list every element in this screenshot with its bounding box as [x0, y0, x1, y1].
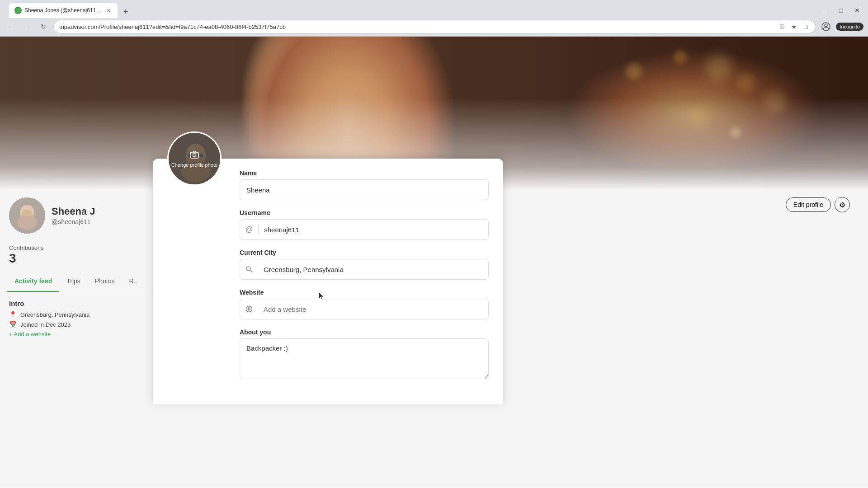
- settings-gear-button[interactable]: ⚙: [835, 197, 850, 212]
- tab-photos[interactable]: Photos: [88, 271, 122, 292]
- back-button[interactable]: ←: [5, 20, 17, 33]
- browser-chrome: Sheena Jones (@sheenaj611) - T... ✕ + – …: [0, 0, 868, 37]
- active-tab[interactable]: Sheena Jones (@sheenaj611) - T... ✕: [9, 3, 118, 18]
- form-fields: Name Username @ Current City: [240, 169, 489, 381]
- website-input-wrapper: [240, 299, 489, 319]
- sidebar-username: @sheenaj611: [52, 218, 95, 225]
- incognito-badge: Incognito: [836, 23, 863, 31]
- edit-profile-button[interactable]: Edit profile: [786, 197, 831, 212]
- svg-point-4: [17, 215, 37, 230]
- intro-title: Intro: [9, 300, 144, 307]
- intro-joined: Joined in Dec 2023: [20, 321, 71, 328]
- intro-section: Intro 📍 Greensburg, Pennsylvania 📅 Joine…: [0, 292, 153, 345]
- about-textarea[interactable]: Backpacker :): [240, 338, 489, 379]
- calendar-icon: 📅: [9, 321, 17, 328]
- name-group: Name: [240, 169, 489, 200]
- url-text: tripadvisor.com/Profile/sheenaj611?edit=…: [59, 23, 778, 30]
- city-input-wrapper: [240, 259, 489, 280]
- edit-profile-panel: Change profile photo Name Username @: [153, 159, 503, 404]
- add-website-link[interactable]: + Add a website: [9, 331, 144, 338]
- city-label: Current City: [240, 249, 489, 256]
- change-photo-avatar[interactable]: Change profile photo: [167, 131, 222, 186]
- window-controls: – □ ✕: [818, 4, 863, 17]
- svg-point-1: [825, 24, 827, 27]
- name-label: Name: [240, 169, 489, 177]
- nav-tabs: Activity feed Trips Photos R...: [0, 271, 153, 292]
- tab-trips[interactable]: Trips: [59, 271, 88, 292]
- close-button[interactable]: ✕: [851, 4, 863, 17]
- tab-activity-feed[interactable]: Activity feed: [7, 271, 59, 292]
- tab-close-button[interactable]: ✕: [105, 7, 112, 14]
- no-camera-icon: 📷⃠: [778, 22, 787, 31]
- page-content: Sheena J @sheenaj611 Contributions 3 Act…: [0, 37, 868, 488]
- browser-right-icons: Incognito: [820, 20, 863, 33]
- sidebar-avatar: [9, 197, 45, 234]
- tab-reviews[interactable]: R...: [122, 271, 146, 292]
- location-icon: 📍: [9, 311, 17, 318]
- contributions-section: Contributions 3: [0, 237, 153, 271]
- change-photo-overlay[interactable]: Change profile photo: [169, 133, 220, 184]
- address-bar-row: ← → ↻ tripadvisor.com/Profile/sheenaj611…: [0, 18, 868, 36]
- name-input[interactable]: [240, 179, 489, 200]
- left-sidebar: Sheena J @sheenaj611 Contributions 3 Act…: [0, 190, 153, 488]
- tab-favicon: [14, 7, 22, 14]
- svg-point-11: [193, 153, 196, 156]
- about-group: About you Backpacker :): [240, 328, 489, 381]
- tab-search-icon[interactable]: □: [801, 22, 810, 31]
- globe-prefix-icon: [240, 305, 258, 313]
- about-label: About you: [240, 328, 489, 336]
- sidebar-name: Sheena J: [52, 206, 95, 217]
- city-group: Current City: [240, 249, 489, 280]
- change-photo-label: Change profile photo: [171, 162, 217, 168]
- search-prefix-icon: [240, 266, 258, 273]
- address-bar[interactable]: tripadvisor.com/Profile/sheenaj611?edit=…: [53, 20, 816, 33]
- username-group: Username @: [240, 209, 489, 240]
- forward-button[interactable]: →: [21, 20, 33, 33]
- username-input[interactable]: [259, 220, 488, 239]
- intro-joined-item: 📅 Joined in Dec 2023: [9, 321, 144, 328]
- minimize-button[interactable]: –: [818, 4, 831, 17]
- intro-location-item: 📍 Greensburg, Pennsylvania: [9, 311, 144, 318]
- title-bar: Sheena Jones (@sheenaj611) - T... ✕ + – …: [0, 0, 868, 18]
- website-input[interactable]: [258, 299, 488, 319]
- edit-profile-area: Edit profile ⚙: [786, 197, 850, 212]
- avatar-wrapper: Change profile photo: [167, 131, 222, 186]
- contributions-count: 3: [9, 251, 144, 266]
- username-input-wrapper: @: [240, 219, 489, 240]
- website-label: Website: [240, 289, 489, 296]
- intro-location: Greensburg, Pennsylvania: [20, 311, 90, 318]
- account-icon[interactable]: [820, 20, 832, 33]
- reload-button[interactable]: ↻: [37, 20, 50, 33]
- tab-title: Sheena Jones (@sheenaj611) - T...: [24, 7, 102, 14]
- website-group: Website: [240, 289, 489, 319]
- username-label: Username: [240, 209, 489, 216]
- new-tab-button[interactable]: +: [119, 5, 132, 18]
- maximize-button[interactable]: □: [835, 4, 847, 17]
- address-bar-icons: 📷⃠ ★ □: [778, 22, 810, 31]
- contributions-label: Contributions: [9, 244, 144, 251]
- star-icon[interactable]: ★: [789, 22, 798, 31]
- tab-bar: Sheena Jones (@sheenaj611) - T... ✕ +: [5, 3, 137, 18]
- at-prefix-icon: @: [240, 225, 258, 234]
- city-input[interactable]: [258, 259, 488, 279]
- sidebar-profile-row: Sheena J @sheenaj611: [0, 190, 153, 237]
